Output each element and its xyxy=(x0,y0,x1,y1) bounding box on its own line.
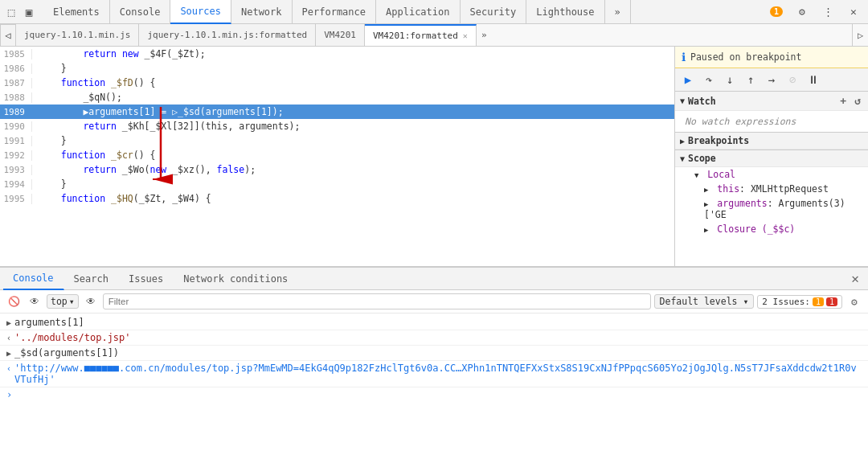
expand-icon-2: ▶ xyxy=(6,349,11,358)
console-eye-button[interactable]: 👁 xyxy=(26,293,43,310)
issues-badge[interactable]: 2 Issues: 1 1 xyxy=(757,295,842,309)
code-line-1986: 1986 } xyxy=(0,61,674,76)
device-icon[interactable]: ▣ xyxy=(21,4,37,20)
expand-icon-1: ‹ xyxy=(6,334,11,342)
tab-performance[interactable]: Performance xyxy=(293,0,376,24)
issues-label: 2 Issues: xyxy=(762,297,810,307)
scope-closure[interactable]: ▶ Closure (_$$c) xyxy=(675,222,868,236)
code-line-1995: 1995 function _$HQ(_$Zt, _$W4) { xyxy=(0,191,674,206)
info-icon: ℹ xyxy=(682,51,686,64)
file-tab-close[interactable]: ✕ xyxy=(463,31,468,40)
tab-security[interactable]: Security xyxy=(461,0,527,24)
inspect-icon[interactable]: ⬚ xyxy=(3,4,19,20)
error-badge: 1 xyxy=(826,297,837,306)
default-levels-selector[interactable]: Default levels ▾ xyxy=(654,294,755,309)
scope-header[interactable]: ▼ Scope xyxy=(675,150,868,167)
step-button[interactable]: → xyxy=(762,70,781,89)
console-filter-input[interactable] xyxy=(103,293,651,309)
watch-title: Watch xyxy=(688,96,716,107)
watch-refresh-button[interactable]: ↺ xyxy=(852,94,863,108)
file-tab-back[interactable]: ◁ xyxy=(0,24,16,47)
console-text-2: _$sd(arguments[1]) xyxy=(14,347,119,359)
watch-header[interactable]: ▼ Watch + ↺ xyxy=(675,92,868,111)
file-tabs: ◁ jquery-1.10.1.min.js jquery-1.10.1.min… xyxy=(0,24,868,47)
file-nav-arrow[interactable]: ▷ xyxy=(852,24,868,47)
console-line-0[interactable]: ▶ arguments[1] xyxy=(0,315,868,330)
code-line-1988: 1988 _$qN(); xyxy=(0,90,674,105)
scope-local-arrow: ▼ xyxy=(694,171,698,179)
code-line-1990: 1990 return _$Kh[_$Xl[32]](this, argumen… xyxy=(0,119,674,133)
close-devtools-button[interactable]: ✕ xyxy=(842,1,865,23)
code-line-1993: 1993 return _$Wo(new _$xz(), false); xyxy=(0,162,674,177)
tab-elements[interactable]: Elements xyxy=(43,0,110,24)
console-tab-search[interactable]: Search xyxy=(64,268,119,290)
console-tab-network-conditions[interactable]: Network conditions xyxy=(174,268,298,290)
code-line-1985: 1985 return new _$4F(_$Zt); xyxy=(0,47,674,61)
tab-console[interactable]: Console xyxy=(110,0,171,24)
console-context-selector[interactable]: top ▾ xyxy=(47,294,79,309)
expand-icon-3: ‹ xyxy=(6,364,11,373)
console-visibility-button[interactable]: 👁 xyxy=(82,293,100,310)
tab-more[interactable]: » xyxy=(605,0,631,24)
console-tab-issues[interactable]: Issues xyxy=(119,268,174,290)
console-text-3: 'http://www.■■■■■■.com.cn/modules/top.js… xyxy=(14,363,862,385)
context-label: top xyxy=(51,296,68,307)
file-tab-3[interactable]: VM4201:formatted ✕ xyxy=(365,24,477,47)
console-toolbar: 🚫 👁 top ▾ 👁 Default levels ▾ 2 Issues: 1… xyxy=(0,290,868,314)
console-line-3[interactable]: ‹ 'http://www.■■■■■■.com.cn/modules/top.… xyxy=(0,361,868,387)
top-nav: ⬚ ▣ Elements Console Sources Network Per… xyxy=(0,0,868,24)
file-tab-0[interactable]: jquery-1.10.1.min.js xyxy=(16,24,139,47)
resume-button[interactable]: ▶ xyxy=(678,70,698,89)
console-output[interactable]: ▶ arguments[1] ‹ '../modules/top.jsp' ▶ … xyxy=(0,314,868,459)
tab-network[interactable]: Network xyxy=(231,0,293,24)
watch-section: ▼ Watch + ↺ No watch expressions xyxy=(675,92,868,133)
nav-icons: ⬚ ▣ xyxy=(3,4,37,20)
tab-sources[interactable]: Sources xyxy=(170,0,231,24)
badge-button[interactable]: 1 xyxy=(765,1,788,23)
console-close-button[interactable]: ✕ xyxy=(845,269,865,289)
bp-title: Breakpoints xyxy=(688,135,749,146)
console-panel: Console Search Issues Network conditions… xyxy=(0,266,868,459)
debug-toolbar: ▶ ↷ ↓ ↑ → ⊘ ⏸ xyxy=(675,68,868,92)
clear-console-button[interactable]: 🚫 xyxy=(5,293,23,310)
watch-add-button[interactable]: + xyxy=(837,94,849,108)
deactivate-button[interactable]: ⊘ xyxy=(783,70,802,89)
scope-local-header[interactable]: ▼ Local xyxy=(675,167,868,182)
warn-badge: 1 xyxy=(813,297,824,306)
code-line-1987: 1987 function _$fD() { xyxy=(0,76,674,90)
issue-badge: 1 xyxy=(770,6,783,17)
step-out-button[interactable]: ↑ xyxy=(741,70,760,89)
settings-button[interactable]: ⚙ xyxy=(791,1,813,23)
nav-tabs: Elements Console Sources Network Perform… xyxy=(43,0,631,24)
step-into-button[interactable]: ↓ xyxy=(720,70,739,89)
file-tab-1[interactable]: jquery-1.10.1.min.js:formatted xyxy=(139,24,316,47)
tab-application[interactable]: Application xyxy=(376,0,460,24)
console-text-0: arguments[1] xyxy=(14,317,84,328)
watch-empty-message: No watch expressions xyxy=(675,111,868,132)
file-tabs-overflow[interactable]: » xyxy=(478,30,490,40)
scope-title: Scope xyxy=(688,153,716,164)
breakpoints-section: ▶ Breakpoints xyxy=(675,133,868,150)
console-line-2[interactable]: ▶ _$sd(arguments[1]) xyxy=(0,346,868,361)
more-options-button[interactable]: ⋮ xyxy=(817,1,839,23)
file-tabs-right: ▷ xyxy=(852,24,868,47)
breakpoints-header[interactable]: ▶ Breakpoints xyxy=(675,133,868,150)
scope-arguments[interactable]: ▶ arguments: Arguments(3) ['GE xyxy=(675,196,868,222)
main-area: 1985 return new _$4F(_$Zt); 1986 } 1987 … xyxy=(0,47,868,459)
code-line-1992: 1992 function _$cr() { xyxy=(0,148,674,162)
console-line-1[interactable]: ‹ '../modules/top.jsp' xyxy=(0,330,868,346)
pause-exceptions-button[interactable]: ⏸ xyxy=(804,70,823,89)
scope-this[interactable]: ▶ this: XMLHttpRequest xyxy=(675,182,868,196)
console-tab-console[interactable]: Console xyxy=(3,268,64,290)
scope-arrow: ▼ xyxy=(680,154,685,163)
code-line-1989: 1989 ▶arguments[1] = ▷_$sd(arguments[1])… xyxy=(0,105,674,119)
step-over-button[interactable]: ↷ xyxy=(699,70,719,89)
console-prompt[interactable]: › xyxy=(0,387,868,402)
file-tab-2[interactable]: VM4201 xyxy=(316,24,365,47)
code-line-1991: 1991 } xyxy=(0,133,674,148)
console-settings-button[interactable]: ⚙ xyxy=(845,293,863,310)
prompt-symbol: › xyxy=(6,389,12,400)
nav-right: 1 ⚙ ⋮ ✕ xyxy=(765,1,865,23)
tab-lighthouse[interactable]: Lighthouse xyxy=(526,0,604,24)
scope-this-arrow: ▶ xyxy=(704,186,708,194)
